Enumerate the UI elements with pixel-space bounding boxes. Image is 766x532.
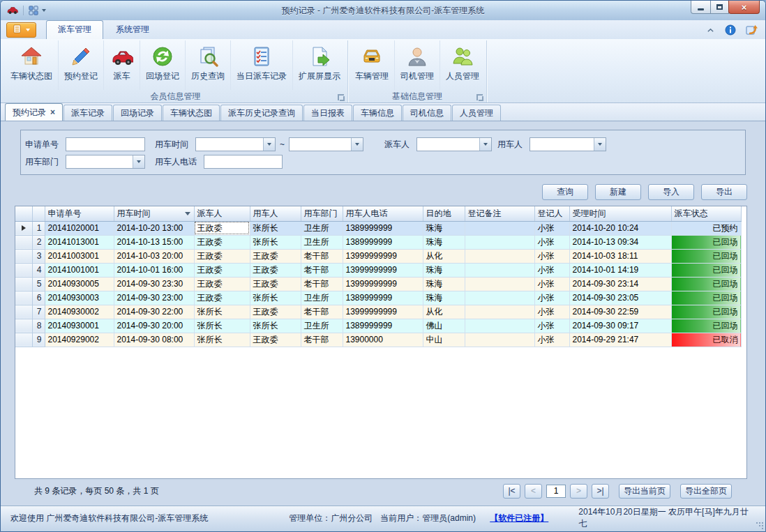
quick-access-layout-icon[interactable] — [29, 6, 38, 15]
column-header-dept[interactable]: 用车部门 — [301, 206, 343, 221]
cell-remark[interactable] — [465, 221, 534, 235]
dispatcher-input[interactable] — [417, 138, 479, 151]
ribbon-button-派车[interactable]: 派车 — [104, 40, 140, 90]
cell-phone[interactable]: 1389999999 — [343, 291, 423, 305]
table-row-4[interactable]: 4201410010012014-10-01 16:00王政委王政委老干部139… — [15, 263, 741, 277]
info-icon[interactable] — [725, 24, 736, 38]
cell-user[interactable]: 王政委 — [250, 263, 301, 277]
dialog-launcher-icon[interactable] — [476, 94, 483, 100]
table-row-7[interactable]: 7201409300022014-09-30 22:00张所长王政委老干部139… — [15, 305, 741, 319]
cell-status[interactable]: 已回场 — [671, 305, 741, 319]
user-input[interactable] — [530, 138, 594, 151]
row-indicator-cell[interactable] — [15, 263, 32, 277]
cell-registrar[interactable]: 小张 — [534, 249, 569, 263]
row-indicator-cell[interactable] — [15, 333, 32, 347]
resize-grip[interactable] — [762, 522, 763, 529]
dept-combo[interactable] — [66, 155, 145, 169]
cell-status[interactable]: 已回场 — [671, 319, 741, 333]
document-tab-当日报表[interactable]: 当日报表 — [303, 105, 352, 121]
ribbon-button-扩展屏显示[interactable]: 扩展屏显示 — [293, 40, 346, 90]
column-header-registrar[interactable]: 登记人 — [534, 206, 569, 221]
cell-registrar[interactable]: 小张 — [534, 235, 569, 249]
new-button[interactable]: 新建 — [595, 184, 641, 200]
cell-dept[interactable]: 老干部 — [301, 277, 343, 291]
cell-use-time[interactable]: 2014-10-03 20:00 — [114, 249, 194, 263]
document-tab-派车历史记录查询[interactable]: 派车历史记录查询 — [220, 105, 303, 121]
cell-dept[interactable]: 卫生所 — [301, 221, 343, 235]
cell-dispatcher[interactable]: 张所长 — [194, 305, 250, 319]
cell-remark[interactable] — [465, 319, 534, 333]
cell-use-time[interactable]: 2014-10-20 13:00 — [114, 221, 194, 235]
cell-app-no[interactable]: 20140930005 — [45, 277, 114, 291]
ribbon-tab-2[interactable]: 系统管理 — [105, 21, 160, 39]
cell-accept-time[interactable]: 2014-10-01 14:19 — [569, 263, 671, 277]
filter-dropdown-icon[interactable] — [185, 212, 190, 215]
cell-phone[interactable]: 1389999999 — [343, 221, 423, 235]
maximize-button[interactable] — [710, 1, 729, 14]
dropdown-button[interactable] — [263, 138, 275, 151]
cell-use-time[interactable]: 2014-09-30 23:00 — [114, 291, 194, 305]
dropdown-button[interactable] — [351, 138, 363, 151]
cell-user[interactable]: 王政委 — [250, 277, 301, 291]
dropdown-button[interactable] — [479, 138, 491, 151]
cell-dept[interactable]: 老干部 — [301, 249, 343, 263]
cell-dept[interactable]: 卫生所 — [301, 291, 343, 305]
dept-input[interactable] — [66, 155, 133, 168]
cell-app-no[interactable]: 20140929002 — [45, 333, 114, 347]
cell-remark[interactable] — [465, 263, 534, 277]
cell-use-time[interactable]: 2014-09-30 22:00 — [114, 305, 194, 319]
cell-remark[interactable] — [465, 235, 534, 249]
cell-dispatcher[interactable]: 张所长 — [194, 333, 250, 347]
cell-destination[interactable]: 佛山 — [423, 319, 465, 333]
cell-remark[interactable] — [465, 305, 534, 319]
export-all-pages-button[interactable]: 导出全部页 — [680, 484, 732, 499]
dialog-launcher-icon[interactable] — [338, 94, 344, 100]
cell-use-time[interactable]: 2014-09-30 20:00 — [114, 319, 194, 333]
cell-destination[interactable]: 中山 — [423, 333, 465, 347]
cell-registrar[interactable]: 小张 — [534, 333, 569, 347]
cell-accept-time[interactable]: 2014-10-20 10:24 — [569, 221, 671, 235]
cell-app-no[interactable]: 20141013001 — [45, 235, 114, 249]
app-menu-button[interactable] — [6, 22, 36, 38]
document-tab-人员管理[interactable]: 人员管理 — [452, 105, 501, 121]
cell-user[interactable]: 张所长 — [250, 221, 301, 235]
cell-status[interactable]: 已回场 — [671, 277, 741, 291]
ribbon-button-人员管理[interactable]: 人员管理 — [440, 40, 485, 90]
ribbon-tab-1[interactable]: 派车管理 — [46, 20, 103, 39]
ribbon-button-司机管理[interactable]: 司机管理 — [395, 40, 440, 90]
cell-destination[interactable]: 从化 — [423, 249, 465, 263]
cell-dispatcher[interactable]: 王政委 — [194, 263, 250, 277]
cell-dispatcher[interactable]: 王政委 — [194, 291, 250, 305]
cell-dispatcher[interactable]: 王政委 — [194, 249, 250, 263]
page-number-input[interactable] — [546, 485, 566, 498]
row-indicator-cell[interactable] — [15, 221, 32, 235]
cell-registrar[interactable]: 小张 — [534, 319, 569, 333]
cell-registrar[interactable]: 小张 — [534, 291, 569, 305]
last-page-button[interactable]: >| — [592, 484, 609, 499]
table-row-9[interactable]: 9201409290022014-09-30 08:00张所长王政委老干部139… — [15, 333, 741, 347]
cell-registrar[interactable]: 小张 — [534, 221, 569, 235]
cell-destination[interactable]: 珠海 — [423, 277, 465, 291]
cell-dispatcher[interactable]: 王政委 — [194, 235, 250, 249]
ribbon-button-历史查询[interactable]: 历史查询 — [186, 40, 231, 90]
export-current-page-button[interactable]: 导出当前页 — [619, 484, 670, 499]
minimize-button[interactable] — [691, 1, 711, 14]
column-header-status[interactable]: 派车状态 — [671, 206, 741, 221]
cell-app-no[interactable]: 20140930003 — [45, 291, 114, 305]
cell-registrar[interactable]: 小张 — [534, 263, 569, 277]
cell-remark[interactable] — [465, 333, 534, 347]
cell-accept-time[interactable]: 2014-09-30 09:17 — [569, 319, 671, 333]
cell-app-no[interactable]: 20141001001 — [45, 263, 114, 277]
app-no-input[interactable] — [66, 137, 145, 151]
cell-user[interactable]: 王政委 — [250, 305, 301, 319]
dispatcher-combo[interactable] — [416, 137, 492, 151]
first-page-button[interactable]: |< — [503, 484, 520, 499]
cell-destination[interactable]: 珠海 — [423, 235, 465, 249]
table-row-6[interactable]: 6201409300032014-09-30 23:00王政委张所长卫生所138… — [15, 291, 741, 305]
cell-remark[interactable] — [465, 277, 534, 291]
row-indicator-cell[interactable] — [15, 249, 32, 263]
table-row-2[interactable]: 2201410130012014-10-13 15:00王政委张所长卫生所138… — [15, 235, 741, 249]
registration-link[interactable]: 【软件已注册】 — [490, 512, 578, 524]
cell-dept[interactable]: 卫生所 — [301, 319, 343, 333]
document-tab-预约记录[interactable]: 预约记录× — [5, 103, 63, 121]
